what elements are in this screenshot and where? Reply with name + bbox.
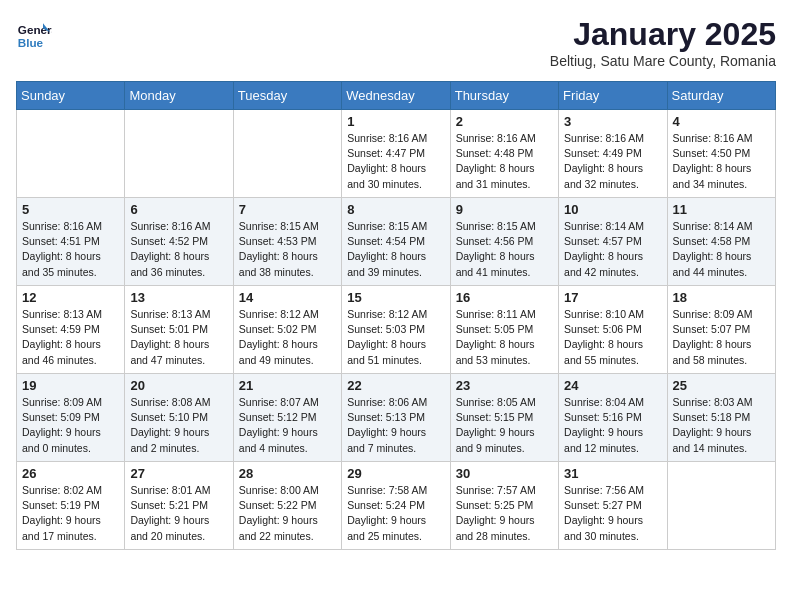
- calendar-cell: 27Sunrise: 8:01 AMSunset: 5:21 PMDayligh…: [125, 462, 233, 550]
- day-info: Sunrise: 8:09 AMSunset: 5:07 PMDaylight:…: [673, 307, 770, 368]
- day-info: Sunrise: 8:09 AMSunset: 5:09 PMDaylight:…: [22, 395, 119, 456]
- calendar-cell: 16Sunrise: 8:11 AMSunset: 5:05 PMDayligh…: [450, 286, 558, 374]
- calendar-cell: 23Sunrise: 8:05 AMSunset: 5:15 PMDayligh…: [450, 374, 558, 462]
- logo-icon: General Blue: [16, 16, 52, 52]
- calendar-cell: [17, 110, 125, 198]
- day-number: 2: [456, 114, 553, 129]
- day-number: 7: [239, 202, 336, 217]
- weekday-header-monday: Monday: [125, 82, 233, 110]
- day-info: Sunrise: 8:01 AMSunset: 5:21 PMDaylight:…: [130, 483, 227, 544]
- calendar-cell: 26Sunrise: 8:02 AMSunset: 5:19 PMDayligh…: [17, 462, 125, 550]
- calendar-cell: 22Sunrise: 8:06 AMSunset: 5:13 PMDayligh…: [342, 374, 450, 462]
- calendar-cell: 28Sunrise: 8:00 AMSunset: 5:22 PMDayligh…: [233, 462, 341, 550]
- day-number: 12: [22, 290, 119, 305]
- day-info: Sunrise: 8:12 AMSunset: 5:02 PMDaylight:…: [239, 307, 336, 368]
- day-number: 29: [347, 466, 444, 481]
- weekday-header-wednesday: Wednesday: [342, 82, 450, 110]
- calendar-cell: 31Sunrise: 7:56 AMSunset: 5:27 PMDayligh…: [559, 462, 667, 550]
- day-number: 5: [22, 202, 119, 217]
- weekday-header-thursday: Thursday: [450, 82, 558, 110]
- weekday-header-sunday: Sunday: [17, 82, 125, 110]
- day-number: 9: [456, 202, 553, 217]
- day-number: 24: [564, 378, 661, 393]
- calendar-cell: 8Sunrise: 8:15 AMSunset: 4:54 PMDaylight…: [342, 198, 450, 286]
- day-info: Sunrise: 8:16 AMSunset: 4:51 PMDaylight:…: [22, 219, 119, 280]
- day-info: Sunrise: 8:00 AMSunset: 5:22 PMDaylight:…: [239, 483, 336, 544]
- weekday-header-friday: Friday: [559, 82, 667, 110]
- day-info: Sunrise: 8:02 AMSunset: 5:19 PMDaylight:…: [22, 483, 119, 544]
- day-info: Sunrise: 8:15 AMSunset: 4:54 PMDaylight:…: [347, 219, 444, 280]
- day-number: 21: [239, 378, 336, 393]
- day-info: Sunrise: 8:16 AMSunset: 4:48 PMDaylight:…: [456, 131, 553, 192]
- svg-text:Blue: Blue: [18, 36, 44, 49]
- calendar-cell: 24Sunrise: 8:04 AMSunset: 5:16 PMDayligh…: [559, 374, 667, 462]
- day-info: Sunrise: 8:03 AMSunset: 5:18 PMDaylight:…: [673, 395, 770, 456]
- weekday-header-tuesday: Tuesday: [233, 82, 341, 110]
- day-info: Sunrise: 8:06 AMSunset: 5:13 PMDaylight:…: [347, 395, 444, 456]
- week-row-4: 19Sunrise: 8:09 AMSunset: 5:09 PMDayligh…: [17, 374, 776, 462]
- day-number: 17: [564, 290, 661, 305]
- logo: General Blue: [16, 16, 52, 52]
- day-info: Sunrise: 8:12 AMSunset: 5:03 PMDaylight:…: [347, 307, 444, 368]
- calendar-cell: 18Sunrise: 8:09 AMSunset: 5:07 PMDayligh…: [667, 286, 775, 374]
- day-number: 11: [673, 202, 770, 217]
- day-info: Sunrise: 8:16 AMSunset: 4:49 PMDaylight:…: [564, 131, 661, 192]
- day-number: 10: [564, 202, 661, 217]
- day-number: 25: [673, 378, 770, 393]
- day-number: 8: [347, 202, 444, 217]
- week-row-1: 1Sunrise: 8:16 AMSunset: 4:47 PMDaylight…: [17, 110, 776, 198]
- calendar-cell: 1Sunrise: 8:16 AMSunset: 4:47 PMDaylight…: [342, 110, 450, 198]
- page-header: General Blue January 2025 Beltiug, Satu …: [16, 16, 776, 69]
- calendar-table: SundayMondayTuesdayWednesdayThursdayFrid…: [16, 81, 776, 550]
- day-number: 16: [456, 290, 553, 305]
- day-info: Sunrise: 8:15 AMSunset: 4:53 PMDaylight:…: [239, 219, 336, 280]
- day-info: Sunrise: 8:08 AMSunset: 5:10 PMDaylight:…: [130, 395, 227, 456]
- day-info: Sunrise: 7:58 AMSunset: 5:24 PMDaylight:…: [347, 483, 444, 544]
- day-info: Sunrise: 8:15 AMSunset: 4:56 PMDaylight:…: [456, 219, 553, 280]
- day-info: Sunrise: 8:13 AMSunset: 5:01 PMDaylight:…: [130, 307, 227, 368]
- month-title: January 2025: [550, 16, 776, 53]
- calendar-cell: 2Sunrise: 8:16 AMSunset: 4:48 PMDaylight…: [450, 110, 558, 198]
- calendar-cell: 7Sunrise: 8:15 AMSunset: 4:53 PMDaylight…: [233, 198, 341, 286]
- calendar-cell: 21Sunrise: 8:07 AMSunset: 5:12 PMDayligh…: [233, 374, 341, 462]
- day-number: 30: [456, 466, 553, 481]
- day-number: 18: [673, 290, 770, 305]
- day-number: 14: [239, 290, 336, 305]
- calendar-cell: 11Sunrise: 8:14 AMSunset: 4:58 PMDayligh…: [667, 198, 775, 286]
- week-row-2: 5Sunrise: 8:16 AMSunset: 4:51 PMDaylight…: [17, 198, 776, 286]
- day-number: 26: [22, 466, 119, 481]
- weekday-header-row: SundayMondayTuesdayWednesdayThursdayFrid…: [17, 82, 776, 110]
- calendar-cell: 29Sunrise: 7:58 AMSunset: 5:24 PMDayligh…: [342, 462, 450, 550]
- day-info: Sunrise: 8:16 AMSunset: 4:50 PMDaylight:…: [673, 131, 770, 192]
- day-number: 22: [347, 378, 444, 393]
- day-number: 1: [347, 114, 444, 129]
- day-info: Sunrise: 8:16 AMSunset: 4:47 PMDaylight:…: [347, 131, 444, 192]
- day-info: Sunrise: 8:11 AMSunset: 5:05 PMDaylight:…: [456, 307, 553, 368]
- week-row-5: 26Sunrise: 8:02 AMSunset: 5:19 PMDayligh…: [17, 462, 776, 550]
- day-number: 31: [564, 466, 661, 481]
- calendar-cell: 4Sunrise: 8:16 AMSunset: 4:50 PMDaylight…: [667, 110, 775, 198]
- calendar-cell: 20Sunrise: 8:08 AMSunset: 5:10 PMDayligh…: [125, 374, 233, 462]
- day-number: 3: [564, 114, 661, 129]
- day-info: Sunrise: 8:05 AMSunset: 5:15 PMDaylight:…: [456, 395, 553, 456]
- day-info: Sunrise: 7:57 AMSunset: 5:25 PMDaylight:…: [456, 483, 553, 544]
- day-number: 13: [130, 290, 227, 305]
- calendar-cell: 13Sunrise: 8:13 AMSunset: 5:01 PMDayligh…: [125, 286, 233, 374]
- day-info: Sunrise: 8:14 AMSunset: 4:58 PMDaylight:…: [673, 219, 770, 280]
- location: Beltiug, Satu Mare County, Romania: [550, 53, 776, 69]
- day-info: Sunrise: 8:16 AMSunset: 4:52 PMDaylight:…: [130, 219, 227, 280]
- day-number: 27: [130, 466, 227, 481]
- calendar-cell: [233, 110, 341, 198]
- calendar-cell: 12Sunrise: 8:13 AMSunset: 4:59 PMDayligh…: [17, 286, 125, 374]
- title-block: January 2025 Beltiug, Satu Mare County, …: [550, 16, 776, 69]
- week-row-3: 12Sunrise: 8:13 AMSunset: 4:59 PMDayligh…: [17, 286, 776, 374]
- day-number: 19: [22, 378, 119, 393]
- day-number: 28: [239, 466, 336, 481]
- day-number: 15: [347, 290, 444, 305]
- calendar-cell: [125, 110, 233, 198]
- calendar-cell: 25Sunrise: 8:03 AMSunset: 5:18 PMDayligh…: [667, 374, 775, 462]
- calendar-cell: 15Sunrise: 8:12 AMSunset: 5:03 PMDayligh…: [342, 286, 450, 374]
- calendar-cell: 5Sunrise: 8:16 AMSunset: 4:51 PMDaylight…: [17, 198, 125, 286]
- calendar-cell: 6Sunrise: 8:16 AMSunset: 4:52 PMDaylight…: [125, 198, 233, 286]
- day-info: Sunrise: 8:04 AMSunset: 5:16 PMDaylight:…: [564, 395, 661, 456]
